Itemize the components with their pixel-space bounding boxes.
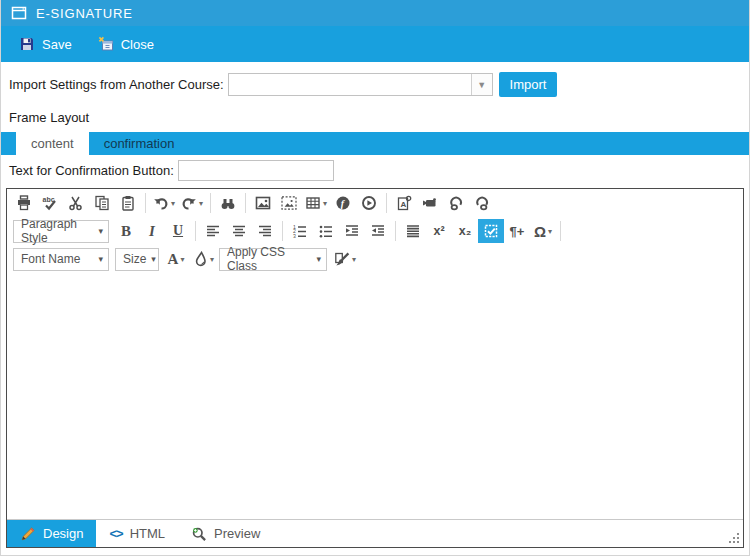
apply-css-class-combo[interactable]: Apply CSS Class▾ xyxy=(219,248,327,271)
paragraph-style-label: Paragraph Style xyxy=(21,217,93,245)
resize-grip[interactable] xyxy=(728,532,740,544)
apply-css-class-label: Apply CSS Class xyxy=(227,245,311,273)
insert-image-button[interactable] xyxy=(250,191,276,215)
outdent-button[interactable] xyxy=(365,219,391,243)
toolbar-separator xyxy=(145,193,146,213)
toolbar-separator xyxy=(386,193,387,213)
e-signature-window: E-SIGNATURE Save Close Import Settings f… xyxy=(0,0,750,556)
chevron-down-icon: ▾ xyxy=(151,254,156,264)
toolbar-separator xyxy=(560,221,561,241)
remove-link-button[interactable] xyxy=(469,191,495,215)
chevron-down-icon: ▾ xyxy=(171,199,175,208)
align-right-icon xyxy=(257,223,273,239)
align-left-icon xyxy=(205,223,221,239)
import-settings-row: Import Settings from Another Course: ▼ I… xyxy=(9,72,741,97)
justify-icon xyxy=(405,223,421,239)
bullet-list-button[interactable] xyxy=(313,219,339,243)
chevron-down-icon[interactable]: ▼ xyxy=(471,74,492,95)
confirmation-text-row: Text for Confirmation Button: xyxy=(9,160,741,181)
spellcheck-button[interactable] xyxy=(37,191,63,215)
html-mode-tab[interactable]: <> HTML xyxy=(96,520,178,547)
document-icon xyxy=(396,195,412,211)
background-color-button[interactable]: ▾ xyxy=(189,247,217,271)
align-center-icon xyxy=(231,223,247,239)
superscript-button[interactable]: x² xyxy=(426,219,452,243)
paste-icon xyxy=(120,195,136,211)
find-icon xyxy=(220,195,236,211)
numbered-list-button[interactable] xyxy=(287,219,313,243)
pencil-icon xyxy=(20,526,36,542)
format-painter-button[interactable]: ▾ xyxy=(331,247,359,271)
copy-button[interactable] xyxy=(89,191,115,215)
toolbar-separator xyxy=(282,221,283,241)
find-and-replace-button[interactable] xyxy=(215,191,241,215)
italic-button[interactable]: I xyxy=(139,219,165,243)
chevron-down-icon: ▾ xyxy=(180,255,184,264)
save-button[interactable]: Save xyxy=(19,36,72,52)
tab-content[interactable]: content xyxy=(16,132,89,155)
underline-button[interactable]: U xyxy=(165,219,191,243)
insert-symbol-icon: Ω xyxy=(534,224,546,239)
html-code-icon: <> xyxy=(109,526,122,541)
chevron-down-icon: ▾ xyxy=(98,226,103,236)
chevron-down-icon: ▾ xyxy=(199,199,203,208)
import-button[interactable]: Import xyxy=(499,72,558,97)
chevron-down-icon: ▾ xyxy=(316,254,321,264)
chevron-down-icon: ▾ xyxy=(352,255,356,264)
preview-mode-tab[interactable]: Preview xyxy=(178,520,273,547)
toolbar-separator xyxy=(395,221,396,241)
align-left-button[interactable] xyxy=(200,219,226,243)
align-right-button[interactable] xyxy=(252,219,278,243)
course-combobox[interactable]: ▼ xyxy=(228,73,493,96)
course-combobox-value[interactable] xyxy=(229,74,471,95)
subscript-button[interactable]: x₂ xyxy=(452,219,478,243)
image-manager-button[interactable] xyxy=(276,191,302,215)
cut-icon xyxy=(68,195,84,211)
chevron-down-icon: ▾ xyxy=(98,254,103,264)
table-icon xyxy=(305,195,321,211)
media-manager-button[interactable] xyxy=(356,191,382,215)
font-name-combo[interactable]: Font Name▾ xyxy=(13,248,109,271)
undo-button[interactable]: ▾ xyxy=(150,191,178,215)
close-icon xyxy=(98,36,114,52)
bold-icon: B xyxy=(121,224,131,239)
camera-icon xyxy=(422,195,438,211)
insert-symbol-button[interactable]: Ω▾ xyxy=(530,219,556,243)
toolbar-separator xyxy=(195,221,196,241)
window-icon xyxy=(11,5,27,21)
tab-confirmation[interactable]: confirmation xyxy=(89,132,190,155)
media-icon xyxy=(361,195,377,211)
paragraph-style-combo[interactable]: Paragraph Style▾ xyxy=(13,220,109,243)
cut-button[interactable] xyxy=(63,191,89,215)
rich-text-editor: ▾▾▾ Paragraph Style▾BIUx²x₂¶+Ω▾ Font Nam… xyxy=(6,188,744,548)
painter-icon xyxy=(334,251,350,267)
design-mode-tab[interactable]: Design xyxy=(7,520,96,547)
insert-paragraph-button[interactable]: ¶+ xyxy=(504,219,530,243)
redo-button[interactable]: ▾ xyxy=(178,191,206,215)
document-manager-button[interactable] xyxy=(391,191,417,215)
outdent-icon xyxy=(370,223,386,239)
indent-button[interactable] xyxy=(339,219,365,243)
hyperlink-manager-button[interactable] xyxy=(443,191,469,215)
paint-icon xyxy=(192,251,208,267)
editor-canvas[interactable] xyxy=(7,273,743,519)
subscript-icon: x₂ xyxy=(459,225,472,238)
bold-button[interactable]: B xyxy=(113,219,139,243)
font-size-combo[interactable]: Size▾ xyxy=(115,248,159,271)
italic-icon: I xyxy=(149,224,155,239)
import-settings-label: Import Settings from Another Course: xyxy=(9,77,224,92)
foreground-color-button[interactable]: A▾ xyxy=(163,247,189,271)
frame-layout-label: Frame Layout xyxy=(9,110,741,125)
insert-table-button[interactable]: ▾ xyxy=(302,191,330,215)
preview-magnifier-icon xyxy=(191,526,207,542)
paste-button[interactable] xyxy=(115,191,141,215)
bullet-list-icon xyxy=(318,223,334,239)
template-manager-button[interactable] xyxy=(417,191,443,215)
justify-button[interactable] xyxy=(400,219,426,243)
flash-manager-button[interactable] xyxy=(330,191,356,215)
insert-checkbox-button[interactable] xyxy=(478,219,504,243)
print-button[interactable] xyxy=(11,191,37,215)
align-center-button[interactable] xyxy=(226,219,252,243)
confirmation-button-text-input[interactable] xyxy=(178,160,334,181)
close-button[interactable]: Close xyxy=(98,36,154,52)
